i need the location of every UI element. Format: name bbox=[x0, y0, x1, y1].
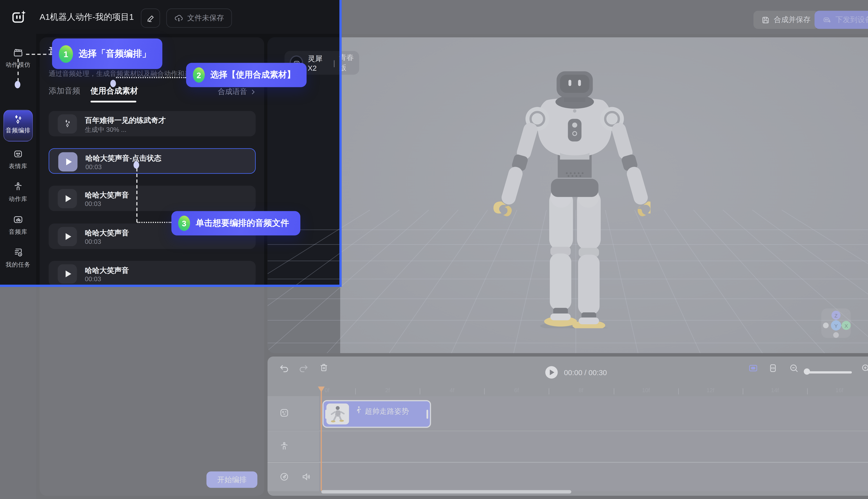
pencil-icon bbox=[146, 14, 155, 22]
clapperboard-icon bbox=[13, 48, 23, 58]
synthesize-voice-label: 合成语音 bbox=[218, 87, 247, 97]
file-save-status[interactable]: 文件未保存 bbox=[166, 9, 232, 28]
audio-item[interactable]: 哈哈大笑声音 00:03 bbox=[49, 261, 256, 287]
audio-item-generating[interactable]: 百年难得一见的练武奇才 生成中 30% ... bbox=[49, 111, 256, 136]
spotlight-border-vertical bbox=[339, 0, 342, 287]
sidebar-label: 表情库 bbox=[0, 162, 36, 170]
connector-step1-horizontal bbox=[26, 54, 52, 55]
play-icon[interactable] bbox=[58, 227, 77, 246]
tutorial-step-1: 1 选择「音频编排」 bbox=[52, 39, 162, 69]
audio-item-duration: 00:03 bbox=[85, 200, 101, 207]
app-window: 灵犀X2 | 青春版 Z Y X bbox=[0, 0, 868, 499]
spotlight-border-horizontal bbox=[0, 285, 342, 287]
sidebar-item-audio-arrange[interactable]: 音频编排 bbox=[3, 110, 33, 142]
sparkle-diamonds-icon bbox=[13, 114, 23, 124]
play-icon[interactable] bbox=[58, 264, 77, 283]
rename-button[interactable] bbox=[141, 9, 160, 28]
music-library-icon bbox=[13, 215, 23, 225]
active-tab-underline bbox=[90, 101, 136, 102]
step-number-badge: 3 bbox=[178, 216, 190, 231]
audio-item-title: 哈哈大笑声音 bbox=[85, 190, 129, 200]
sidebar-item-audio-library[interactable]: 音频库 bbox=[0, 215, 36, 236]
connector-step3-horizontal bbox=[137, 222, 171, 223]
project-title: A1机器人动作-我的项目1 bbox=[40, 0, 134, 34]
tab-use-synth-material[interactable]: 使用合成素材 bbox=[90, 86, 138, 96]
audio-item-duration: 00:03 bbox=[85, 276, 101, 282]
step-number-badge: 1 bbox=[59, 45, 73, 62]
sidebar-item-motion-library[interactable]: 动作库 bbox=[0, 182, 36, 203]
sidebar-label: 我的任务 bbox=[0, 261, 36, 269]
sidebar-label: 音频编排 bbox=[4, 127, 32, 135]
audio-item-selected[interactable]: 哈哈大笑声音-点击状态 00:03 bbox=[49, 148, 256, 174]
chevron-right-icon bbox=[250, 88, 256, 95]
connector-step2-dot bbox=[110, 80, 116, 87]
robot-face-icon bbox=[13, 149, 23, 159]
step-text: 单击想要编排的音频文件 bbox=[196, 218, 289, 229]
tutorial-step-3: 3 单击想要编排的音频文件 bbox=[171, 211, 300, 235]
audio-item-title: 哈哈大笑声音-点击状态 bbox=[85, 153, 161, 163]
cloud-sync-icon bbox=[174, 14, 183, 23]
model-name: 灵犀X2 bbox=[308, 53, 329, 72]
connector-step2-horizontal bbox=[116, 77, 186, 78]
connector-step3-vertical bbox=[136, 168, 137, 222]
connector-step1-vertical bbox=[17, 59, 19, 82]
tutorial-step-2: 2 选择【使用合成素材】 bbox=[186, 63, 307, 87]
audio-item-title: 哈哈大笑声音 bbox=[85, 228, 129, 238]
audio-item-duration: 00:03 bbox=[85, 238, 101, 245]
audio-item-status: 生成中 30% ... bbox=[85, 125, 126, 134]
person-icon bbox=[13, 182, 23, 192]
audio-item-title: 哈哈大笑声音 bbox=[85, 265, 129, 276]
app-logo-icon bbox=[11, 10, 27, 25]
tutorial-dim-overlay-right bbox=[342, 0, 868, 499]
model-separator: | bbox=[333, 59, 335, 67]
step-text: 选择【使用合成素材】 bbox=[210, 70, 295, 81]
save-status-label: 文件未保存 bbox=[187, 13, 224, 23]
sidebar-label: 音频库 bbox=[0, 228, 36, 236]
connector-step3-dot bbox=[134, 161, 139, 169]
connector-step1-dot bbox=[15, 81, 21, 88]
step-number-badge: 2 bbox=[193, 68, 205, 83]
audio-item-title: 百年难得一见的练武奇才 bbox=[85, 115, 166, 126]
play-icon[interactable] bbox=[58, 189, 77, 208]
task-list-icon bbox=[13, 247, 23, 258]
sidebar-item-expression-library[interactable]: 表情库 bbox=[0, 149, 36, 170]
play-icon[interactable] bbox=[58, 152, 78, 171]
synthesize-voice-link[interactable]: 合成语音 bbox=[218, 87, 256, 97]
step-text: 选择「音频编排」 bbox=[79, 48, 151, 60]
generating-sparkle-icon bbox=[58, 114, 77, 133]
tutorial-dim-overlay-bottom bbox=[0, 287, 342, 499]
tab-add-audio[interactable]: 添加音频 bbox=[49, 86, 80, 96]
audio-item-duration: 00:03 bbox=[85, 163, 102, 170]
sidebar-label: 动作库 bbox=[0, 195, 36, 203]
audio-item[interactable]: 哈哈大笑声音 00:03 bbox=[49, 186, 256, 211]
sidebar-item-my-tasks[interactable]: 我的任务 bbox=[0, 247, 36, 269]
